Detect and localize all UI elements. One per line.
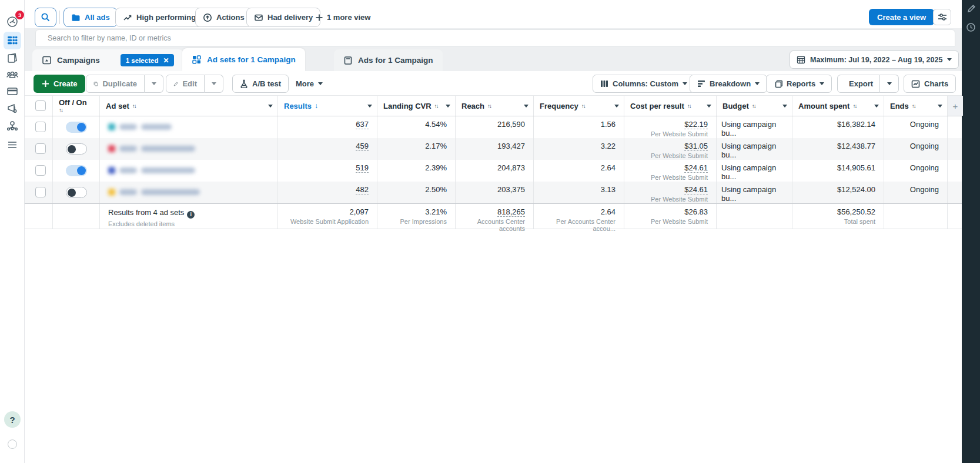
ab-test-button[interactable]: A/B test bbox=[232, 75, 289, 93]
actions-toolbar: Create Duplicate Edit A/B test More Colu… bbox=[25, 71, 962, 95]
frequency-value: 3.13 bbox=[534, 182, 624, 203]
search-view-button[interactable] bbox=[35, 8, 56, 27]
help-icon[interactable]: ? bbox=[4, 411, 21, 428]
cost-metric-label: Per Website Submit bbox=[629, 152, 708, 159]
create-button[interactable]: Create bbox=[34, 75, 85, 93]
duplicate-dropdown-icon[interactable] bbox=[145, 75, 163, 93]
cost-value-link[interactable]: $24.61 bbox=[684, 185, 708, 194]
view-pill-had-delivery[interactable]: Had delivery bbox=[246, 8, 320, 27]
create-a-view-button[interactable]: Create a view bbox=[869, 9, 934, 25]
view-pill-label: All ads bbox=[85, 13, 110, 22]
amount-spent-value: $16,382.14 bbox=[792, 116, 884, 138]
tab-ad-sets[interactable]: Ad sets for 1 Campaign bbox=[182, 48, 305, 71]
header-budget[interactable]: Budget↑↓ bbox=[717, 96, 792, 116]
adset-name-blurred[interactable] bbox=[100, 182, 277, 196]
view-filter-bar: All ads High performing Actions Had deli… bbox=[25, 0, 962, 28]
columns-button[interactable]: Columns: Custom bbox=[593, 75, 695, 93]
divider bbox=[59, 11, 60, 24]
ends-value: Ongoing bbox=[884, 182, 948, 203]
edit-dropdown-icon[interactable] bbox=[205, 75, 223, 93]
account-pages-icon[interactable] bbox=[4, 49, 21, 67]
budget-value: Using campaign bu... bbox=[717, 116, 792, 138]
amount-spent-value: $12,438.77 bbox=[792, 138, 884, 160]
reach-value: 216,590 bbox=[456, 116, 534, 138]
view-settings-icon[interactable] bbox=[933, 9, 951, 25]
results-value-link[interactable]: 482 bbox=[356, 185, 369, 194]
export-dropdown-icon[interactable] bbox=[880, 75, 899, 93]
landing-cvr-value: 4.54% bbox=[377, 116, 456, 138]
export-button[interactable]: Export bbox=[837, 75, 880, 93]
row-checkbox[interactable] bbox=[35, 165, 46, 176]
selected-count-badge[interactable]: 1 selected ✕ bbox=[121, 54, 175, 66]
adset-name-blurred[interactable] bbox=[100, 138, 277, 152]
search-filter-row bbox=[25, 28, 962, 47]
tab-ad-sets-label: Ad sets for 1 Campaign bbox=[207, 55, 296, 64]
summary-title: Results from 4 ad sets bbox=[108, 208, 184, 217]
adset-name-blurred[interactable] bbox=[100, 116, 277, 130]
more-button[interactable]: More bbox=[296, 75, 323, 93]
adset-toggle[interactable] bbox=[66, 165, 87, 176]
view-pill-all-ads[interactable]: All ads bbox=[63, 8, 118, 27]
chevron-down-icon bbox=[947, 58, 952, 61]
ads-megaphone-icon[interactable] bbox=[4, 99, 21, 117]
header-frequency[interactable]: Frequency↑↓ bbox=[534, 96, 624, 116]
row-checkbox[interactable] bbox=[35, 122, 46, 132]
cost-value-link[interactable]: $31.05 bbox=[684, 142, 708, 151]
audiences-icon[interactable] bbox=[4, 66, 21, 83]
charts-button[interactable]: Charts bbox=[904, 75, 956, 93]
adset-toggle[interactable] bbox=[66, 122, 87, 133]
search-input[interactable] bbox=[35, 29, 955, 46]
view-pill-actions[interactable]: Actions bbox=[195, 8, 252, 27]
amount-spent-value: $14,905.61 bbox=[792, 160, 884, 182]
history-clock-icon[interactable] bbox=[966, 22, 976, 32]
header-ad-set[interactable]: Ad set↑↓ bbox=[100, 96, 278, 116]
partial-bottom-icon[interactable] bbox=[8, 439, 17, 449]
duplicate-button[interactable]: Duplicate bbox=[86, 75, 145, 93]
view-pill-label: Actions bbox=[216, 13, 245, 22]
table-row: 482 2.50% 203,375 3.13 $24.61Per Website… bbox=[25, 182, 962, 203]
date-range-picker[interactable]: Maximum: Jul 19, 2022 – Aug 19, 2025 bbox=[790, 51, 959, 69]
results-value-link[interactable]: 459 bbox=[356, 142, 369, 151]
landing-cvr-value: 2.39% bbox=[377, 160, 456, 182]
summary-reach-link[interactable]: 818,265 bbox=[497, 207, 525, 217]
more-view-button[interactable]: 1 more view bbox=[315, 8, 370, 27]
results-value-link[interactable]: 637 bbox=[356, 120, 369, 129]
header-cost-per-result[interactable]: Cost per result↑↓ bbox=[624, 96, 717, 116]
header-ends[interactable]: Ends↑↓ bbox=[884, 96, 948, 116]
header-off-on[interactable]: Off / On↑↓ bbox=[53, 96, 100, 116]
table-row: 637 4.54% 216,590 1.56 $22.19Per Website… bbox=[25, 116, 962, 138]
billing-card-icon[interactable] bbox=[4, 82, 21, 100]
adset-toggle[interactable] bbox=[66, 143, 87, 155]
landing-cvr-value: 2.50% bbox=[377, 182, 456, 203]
header-landing-cvr[interactable]: Landing CVR↑↓ bbox=[377, 96, 456, 116]
results-value-link[interactable]: 519 bbox=[356, 163, 369, 173]
header-results[interactable]: Results↓ bbox=[278, 96, 377, 116]
header-reach[interactable]: Reach↑↓ bbox=[456, 96, 534, 116]
clear-selection-icon[interactable]: ✕ bbox=[163, 56, 169, 65]
chevron-down-icon bbox=[874, 105, 879, 108]
reach-value: 204,873 bbox=[456, 160, 534, 182]
cost-value-link[interactable]: $24.61 bbox=[684, 163, 708, 173]
header-amount-spent[interactable]: Amount spent↑↓ bbox=[792, 96, 884, 116]
business-graph-icon[interactable] bbox=[4, 117, 21, 135]
cost-value-link[interactable]: $22.19 bbox=[684, 120, 708, 129]
add-column-button[interactable]: + bbox=[948, 96, 963, 116]
edit-button[interactable]: Edit bbox=[166, 75, 205, 93]
campaigns-table-icon[interactable] bbox=[4, 32, 21, 49]
edit-pencil-icon[interactable] bbox=[966, 4, 976, 14]
row-checkbox[interactable] bbox=[35, 187, 46, 197]
adset-name-blurred[interactable] bbox=[100, 160, 277, 174]
view-pill-high-performing[interactable]: High performing bbox=[115, 8, 203, 27]
info-icon[interactable]: i bbox=[187, 211, 195, 219]
tab-campaigns[interactable]: Campaigns 1 selected ✕ bbox=[32, 49, 183, 71]
cost-metric-label: Per Website Submit bbox=[629, 174, 708, 181]
row-checkbox[interactable] bbox=[35, 143, 46, 154]
shortcuts-gauge-icon[interactable]: 3 bbox=[4, 13, 21, 31]
breakdown-button[interactable]: Breakdown bbox=[690, 75, 767, 93]
reports-button[interactable]: Reports bbox=[766, 75, 832, 93]
adset-toggle[interactable] bbox=[66, 187, 87, 198]
tab-ads[interactable]: Ads for 1 Campaign bbox=[334, 49, 443, 71]
select-all-checkbox[interactable] bbox=[35, 100, 46, 111]
all-tools-icon[interactable] bbox=[4, 136, 21, 153]
reach-value: 193,427 bbox=[456, 138, 534, 160]
